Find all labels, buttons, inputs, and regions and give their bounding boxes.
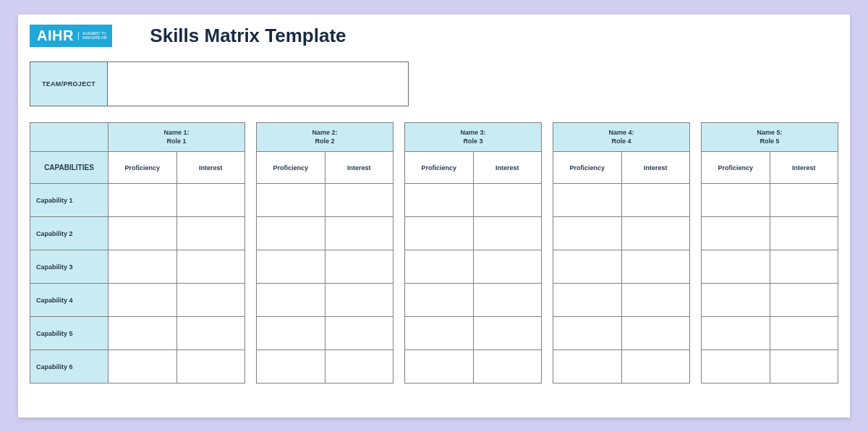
matrix-cell[interactable] [176, 317, 245, 350]
table-row: Capability 6 [30, 350, 838, 384]
col-proficiency: Proficiency [257, 152, 326, 184]
matrix-cell[interactable] [770, 250, 838, 284]
team-project-label: TEAM/PROJECT [30, 62, 108, 106]
matrix-cell[interactable] [405, 217, 474, 250]
brand-logo: AIHR ACADEMY TO INNOVATE HR [30, 25, 112, 47]
header-blank-top [30, 123, 109, 152]
col-proficiency: Proficiency [405, 152, 474, 184]
matrix-cell[interactable] [702, 317, 770, 350]
matrix-cell[interactable] [553, 350, 622, 384]
member-header-4: Name 4: Role 4 [553, 123, 690, 152]
member-header-5: Name 5: Role 5 [702, 123, 838, 152]
col-interest: Interest [473, 152, 542, 184]
matrix-cell[interactable] [405, 284, 474, 317]
matrix-cell[interactable] [325, 250, 393, 284]
matrix-cell[interactable] [176, 184, 245, 217]
member-header-3: Name 3: Role 3 [405, 123, 542, 152]
team-project-input[interactable] [108, 62, 409, 106]
matrix-cell[interactable] [473, 184, 542, 217]
col-interest: Interest [621, 152, 690, 184]
capabilities-heading: CAPABILITIES [30, 152, 109, 184]
matrix-cell[interactable] [621, 317, 690, 350]
matrix-cell[interactable] [405, 250, 474, 284]
table-row: Capability 3 [30, 250, 838, 284]
col-proficiency: Proficiency [702, 152, 770, 184]
matrix-cell[interactable] [257, 350, 326, 384]
matrix-cell[interactable] [770, 217, 838, 250]
capability-label: Capability 3 [30, 250, 109, 284]
matrix-cell[interactable] [176, 284, 245, 317]
table-row: Capability 2 [30, 217, 838, 250]
matrix-cell[interactable] [325, 317, 393, 350]
matrix-cell[interactable] [770, 284, 838, 317]
matrix-cell[interactable] [405, 317, 474, 350]
matrix-cell[interactable] [702, 217, 770, 250]
matrix-cell[interactable] [109, 217, 177, 250]
matrix-cell[interactable] [553, 217, 622, 250]
matrix-cell[interactable] [621, 184, 690, 217]
matrix-cell[interactable] [176, 350, 245, 384]
matrix-cell[interactable] [257, 284, 326, 317]
matrix-cell[interactable] [405, 184, 474, 217]
matrix-cell[interactable] [770, 350, 838, 384]
matrix-cell[interactable] [621, 217, 690, 250]
matrix-cell[interactable] [770, 184, 838, 217]
document-sheet: AIHR ACADEMY TO INNOVATE HR Skills Matri… [18, 14, 850, 418]
matrix-cell[interactable] [553, 317, 622, 350]
member-header-2: Name 2: Role 2 [257, 123, 393, 152]
logo-subtitle: ACADEMY TO INNOVATE HR [78, 32, 106, 40]
matrix-cell[interactable] [473, 350, 542, 384]
col-proficiency: Proficiency [553, 152, 622, 184]
logo-main: AIHR [37, 27, 74, 44]
capability-label: Capability 6 [30, 350, 109, 384]
table-row: Capability 1 [30, 184, 838, 217]
matrix-cell[interactable] [473, 250, 542, 284]
col-proficiency: Proficiency [109, 152, 177, 184]
matrix-cell[interactable] [257, 250, 326, 284]
matrix-cell[interactable] [621, 284, 690, 317]
page-title: Skills Matrix Template [150, 25, 346, 47]
matrix-cell[interactable] [553, 284, 622, 317]
matrix-cell[interactable] [702, 284, 770, 317]
matrix-cell[interactable] [553, 250, 622, 284]
matrix-cell[interactable] [325, 184, 393, 217]
matrix-cell[interactable] [109, 317, 177, 350]
member-header-1: Name 1: Role 1 [109, 123, 245, 152]
matrix-cell[interactable] [702, 184, 770, 217]
matrix-cell[interactable] [109, 350, 177, 384]
matrix-cell[interactable] [176, 250, 245, 284]
matrix-cell[interactable] [473, 284, 542, 317]
matrix-cell[interactable] [702, 250, 770, 284]
matrix-cell[interactable] [405, 350, 474, 384]
matrix-cell[interactable] [257, 317, 326, 350]
capability-label: Capability 4 [30, 284, 109, 317]
header-row-names: Name 1: Role 1 Name 2: Role 2 Name 3: Ro… [30, 123, 838, 152]
matrix-cell[interactable] [176, 217, 245, 250]
matrix-cell[interactable] [553, 184, 622, 217]
matrix-cell[interactable] [257, 184, 326, 217]
col-interest: Interest [325, 152, 393, 184]
matrix-cell[interactable] [257, 217, 326, 250]
matrix-cell[interactable] [621, 350, 690, 384]
header-row-sub: CAPABILITIES Proficiency Interest Profic… [30, 152, 838, 184]
matrix-cell[interactable] [109, 284, 177, 317]
skills-matrix-table: Name 1: Role 1 Name 2: Role 2 Name 3: Ro… [30, 122, 838, 384]
capability-label: Capability 1 [30, 184, 109, 217]
matrix-cell[interactable] [770, 317, 838, 350]
header: AIHR ACADEMY TO INNOVATE HR Skills Matri… [30, 25, 838, 47]
team-project-row: TEAM/PROJECT [30, 62, 838, 106]
matrix-cell[interactable] [325, 217, 393, 250]
matrix-cell[interactable] [473, 317, 542, 350]
matrix-cell[interactable] [702, 350, 770, 384]
col-interest: Interest [176, 152, 245, 184]
col-interest: Interest [770, 152, 838, 184]
matrix-cell[interactable] [325, 350, 393, 384]
capability-label: Capability 5 [30, 317, 109, 350]
matrix-cell[interactable] [109, 184, 177, 217]
capability-label: Capability 2 [30, 217, 109, 250]
table-row: Capability 4 [30, 284, 838, 317]
matrix-cell[interactable] [473, 217, 542, 250]
matrix-cell[interactable] [621, 250, 690, 284]
matrix-cell[interactable] [109, 250, 177, 284]
matrix-cell[interactable] [325, 284, 393, 317]
